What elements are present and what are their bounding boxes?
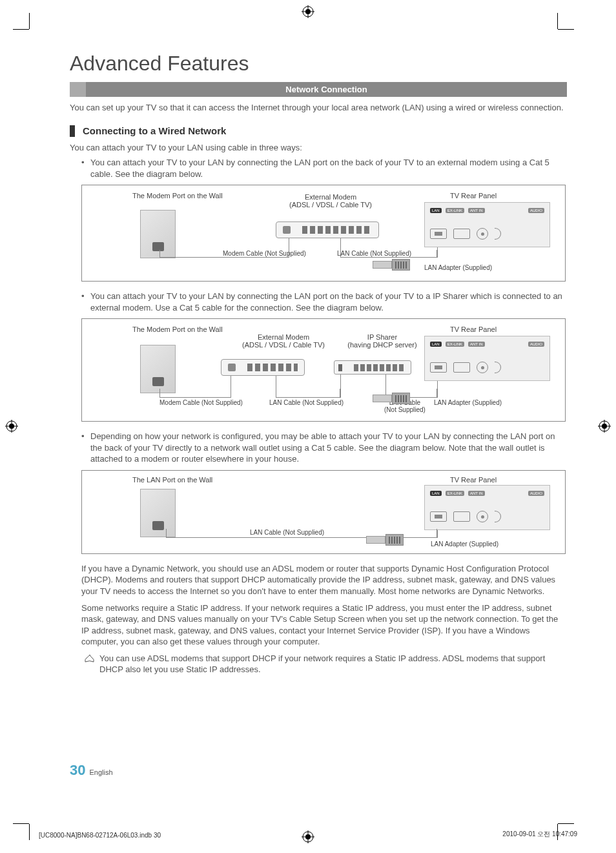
port-label-exlink: EX-LINK [446,342,464,347]
port-label-lan: LAN [430,491,442,496]
port-icon [477,228,488,240]
wire-icon [276,376,276,398]
diagram-label: (having DHCP server) [347,341,416,349]
diagram-label: TV Rear Panel [450,325,497,333]
port-icon [430,229,447,239]
crop-mark [29,824,30,840]
port-icon [453,362,470,373]
registration-mark-icon [302,5,314,18]
diagram-label: (ADSL / VDSL / Cable TV) [242,341,325,349]
port-label-exlink: EX-LINK [446,208,464,213]
lan-adapter-icon [373,259,411,271]
wire-icon [231,376,231,398]
bullet-item: Depending on how your network is configu… [81,431,567,465]
diagram-label: TV Rear Panel [450,192,497,200]
port-icon [453,511,470,522]
diagram-label: The Modem Port on the Wall [132,325,223,333]
port-icon [430,362,447,373]
diagram-wall-direct: The LAN Port on the Wall TV Rear Panel L… [81,470,566,554]
registration-mark-icon [5,420,18,433]
port-icon [477,362,488,373]
page-language: English [89,768,112,776]
port-label-antin: ANT IN [468,491,485,496]
tv-rear-panel-icon: LAN EX-LINK ANT IN AUDIO [424,202,550,247]
diagram-label: LAN Adapter (Supplied) [431,540,498,548]
port-icon [477,511,488,522]
port-icon [430,511,447,522]
port-icon [495,362,501,373]
diagram-label: External Modem [305,193,356,201]
diagram-label: The Modem Port on the Wall [132,192,223,200]
note-icon [84,653,96,675]
port-label-lan: LAN [430,342,442,347]
wall-port-icon [140,345,176,393]
port-label-antin: ANT IN [468,342,485,347]
wire-icon [276,389,340,398]
page-number: 30 [70,762,85,779]
tv-rear-panel-icon: LAN EX-LINK ANT IN AUDIO [424,485,550,530]
section-heading-bar: Network Connection [70,82,567,97]
footer-timestamp: 2010-09-01 오전 10:47:09 [502,830,577,839]
diagram-label: The LAN Port on the Wall [132,476,212,484]
diagram-label: LAN Adapter (Supplied) [434,399,502,406]
port-label-audio: AUDIO [528,342,544,347]
crop-mark [13,29,29,30]
wire-icon [437,381,438,398]
registration-mark-icon [598,420,611,433]
wire-icon [340,375,341,398]
intro-text: You can set up your TV so that it can ac… [70,102,567,114]
port-icon [453,229,470,239]
diagram-label: TV Rear Panel [450,476,497,484]
bullet-item: You can attach your TV to your LAN by co… [81,291,567,313]
diagram-label: LAN Cable (Not Supplied) [269,399,344,406]
body-paragraph: Some networks require a Static IP addres… [81,602,567,648]
port-label-exlink: EX-LINK [446,491,464,496]
note-text: You can use ADSL modems that support DHC… [99,653,567,675]
registration-mark-icon [302,830,314,843]
ip-sharer-icon [334,360,411,375]
wire-icon [437,247,438,258]
crop-mark [558,823,574,824]
diagram-label: External Modem [258,333,309,341]
footer-file-info: [UC8000-NA]BN68-02712A-06L03.indb 30 [39,832,161,839]
diagram-label: (ADSL / VDSL / Cable TV) [289,201,372,209]
diagram-label: LAN Cable (Not Supplied) [250,529,324,536]
diagram-label: IP Sharer [367,333,397,341]
crop-mark [29,13,30,29]
sub-heading-marker [70,125,75,137]
diagram-label: LAN Adapter (Supplied) [424,264,492,271]
port-label-audio: AUDIO [528,208,544,213]
crop-mark [558,29,574,30]
diagram-label: LAN Cable (Not Supplied) [337,250,411,257]
port-icon [495,228,501,240]
diagram-modem-direct: The Modem Port on the Wall External Mode… [81,185,566,282]
modem-icon [221,359,305,376]
crop-mark [13,823,29,824]
diagram-label: (Not Supplied) [384,406,426,413]
sub-heading: Connecting to a Wired Network [83,125,226,136]
wire-icon [159,389,231,398]
body-paragraph: If you have a Dynamic Network, you shoul… [81,563,567,597]
tv-rear-panel-icon: LAN EX-LINK ANT IN AUDIO [424,336,550,381]
crop-mark [557,13,558,29]
port-label-lan: LAN [430,208,442,213]
lan-adapter-icon [366,534,405,546]
diagram-ip-sharer: The Modem Port on the Wall External Mode… [81,318,566,422]
page-title: Advanced Features [70,52,567,76]
diagram-label: Modem Cable (Not Supplied) [223,250,306,257]
modem-icon [276,221,379,238]
lan-adapter-icon [373,393,411,404]
port-icon [495,511,501,522]
lead-text: You can attach your TV to your LAN using… [70,142,567,154]
bullet-item: You can attach your TV to your LAN by co… [81,157,567,180]
port-label-antin: ANT IN [468,208,485,213]
diagram-label: Modem Cable (Not Supplied) [159,399,243,406]
wire-icon [437,530,438,538]
port-label-audio: AUDIO [528,491,544,496]
